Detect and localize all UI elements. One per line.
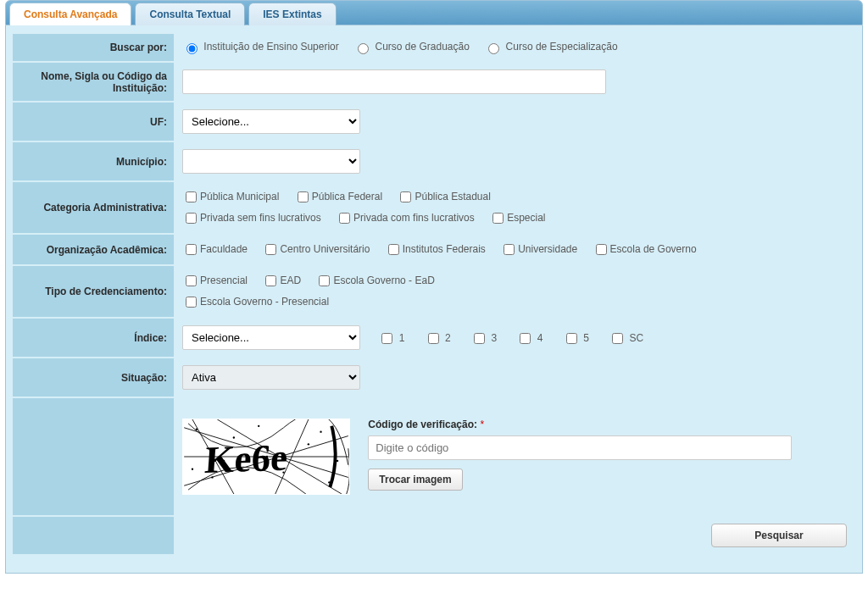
chk-escola-governo[interactable] xyxy=(596,244,607,255)
tab-consulta-textual[interactable]: Consulta Textual xyxy=(135,3,245,25)
chk-indice-5[interactable] xyxy=(566,333,577,344)
label-situacao: Situação: xyxy=(13,358,174,397)
radio-graduacao[interactable] xyxy=(358,43,369,54)
chk-privada-cfl-label[interactable]: Privada com fins lucrativos xyxy=(336,212,475,224)
svg-point-10 xyxy=(258,425,259,427)
svg-point-12 xyxy=(308,443,309,445)
chk-indice-4-label[interactable]: 4 xyxy=(516,332,542,344)
chk-escola-gov-pres-label[interactable]: Escola Governo - Presencial xyxy=(182,296,329,308)
chk-privada-sfl-label[interactable]: Privada sem fins lucrativos xyxy=(182,212,321,224)
chk-escola-gov-ead[interactable] xyxy=(319,275,330,286)
label-tipo-cred: Tipo de Credenciamento: xyxy=(13,265,174,318)
chk-indice-4-text: 4 xyxy=(537,332,543,344)
chk-escola-gov-ead-text: Escola Governo - EaD xyxy=(333,275,434,286)
situacao-select[interactable]: Ativa xyxy=(182,365,360,390)
tab-consulta-avancada[interactable]: Consulta Avançada xyxy=(9,3,131,25)
radio-graduacao-text: Curso de Graduação xyxy=(375,41,469,53)
chk-privada-sfl[interactable] xyxy=(186,213,197,224)
chk-publica-municipal-text: Pública Municipal xyxy=(200,191,279,202)
municipio-select[interactable] xyxy=(182,149,360,174)
label-captcha-blank xyxy=(13,397,174,516)
captcha-image: Ke6e xyxy=(182,419,350,495)
chk-publica-estadual[interactable] xyxy=(400,191,411,202)
chk-indice-2[interactable] xyxy=(428,333,439,344)
radio-especializacao[interactable] xyxy=(488,43,499,54)
chk-universidade[interactable] xyxy=(504,244,515,255)
chk-faculdade-label[interactable]: Faculdade xyxy=(182,243,248,255)
tab-ies-extintas[interactable]: IES Extintas xyxy=(248,3,336,25)
label-nome: Nome, Sigla ou Código da Instituição: xyxy=(13,62,174,102)
chk-publica-federal-text: Pública Federal xyxy=(312,191,382,202)
chk-privada-sfl-text: Privada sem fins lucrativos xyxy=(200,212,321,224)
chk-centro-univ[interactable] xyxy=(265,244,276,255)
chk-escola-gov-pres[interactable] xyxy=(186,297,197,308)
uf-select[interactable]: Selecione... xyxy=(182,109,360,134)
chk-privada-cfl-text: Privada com fins lucrativos xyxy=(353,212,475,224)
chk-presencial-label[interactable]: Presencial xyxy=(182,275,248,286)
svg-point-7 xyxy=(196,429,198,430)
chk-centro-univ-label[interactable]: Centro Universitário xyxy=(262,243,370,255)
radio-especializacao-text: Curso de Especialização xyxy=(506,41,618,53)
chk-privada-cfl[interactable] xyxy=(339,213,350,224)
indice-select[interactable]: Selecione... xyxy=(182,325,360,350)
chk-indice-sc[interactable] xyxy=(612,333,623,344)
chk-universidade-label[interactable]: Universidade xyxy=(500,243,577,255)
chk-ead-text: EAD xyxy=(280,275,301,286)
chk-especial[interactable] xyxy=(492,213,504,224)
form-panel: Buscar por: Instituição de Ensino Superi… xyxy=(5,25,863,574)
chk-escola-gov-pres-text: Escola Governo - Presencial xyxy=(200,296,329,308)
nome-input[interactable] xyxy=(182,69,606,94)
chk-institutos-fed-label[interactable]: Institutos Federais xyxy=(385,243,486,255)
captcha-input[interactable] xyxy=(368,435,792,460)
chk-escola-governo-label[interactable]: Escola de Governo xyxy=(593,243,697,255)
chk-indice-3-label[interactable]: 3 xyxy=(470,332,497,344)
chk-indice-sc-text: SC xyxy=(630,332,644,344)
label-uf: UF: xyxy=(13,102,174,141)
svg-text:Ke6e: Ke6e xyxy=(203,436,289,481)
captcha-verif-label: Código de verificação: xyxy=(368,419,477,430)
chk-presencial[interactable] xyxy=(186,275,197,286)
chk-ead[interactable] xyxy=(265,275,276,286)
chk-indice-2-label[interactable]: 2 xyxy=(425,332,451,344)
chk-escola-gov-ead-label[interactable]: Escola Governo - EaD xyxy=(315,275,434,286)
label-municipio: Município: xyxy=(13,141,174,181)
chk-indice-1-text: 1 xyxy=(399,332,405,344)
chk-indice-2-text: 2 xyxy=(445,332,451,344)
chk-indice-3-text: 3 xyxy=(491,332,497,344)
tab-bar: Consulta Avançada Consulta Textual IES E… xyxy=(5,0,863,25)
svg-point-16 xyxy=(320,430,321,432)
radio-ies[interactable] xyxy=(186,43,198,54)
chk-especial-label[interactable]: Especial xyxy=(489,212,545,224)
radio-ies-label[interactable]: Instituição de Ensino Superior xyxy=(182,41,342,53)
chk-institutos-fed[interactable] xyxy=(388,244,399,255)
label-categoria: Categoria Administrativa: xyxy=(13,181,174,234)
chk-faculdade[interactable] xyxy=(186,244,197,255)
chk-institutos-fed-text: Institutos Federais xyxy=(403,243,486,255)
chk-especial-text: Especial xyxy=(507,212,545,224)
radio-ies-text: Instituição de Ensino Superior xyxy=(203,41,338,53)
chk-universidade-text: Universidade xyxy=(518,243,577,255)
chk-publica-federal[interactable] xyxy=(298,191,309,202)
radio-graduacao-label[interactable]: Curso de Graduação xyxy=(353,41,472,53)
swap-captcha-button[interactable]: Trocar imagem xyxy=(368,469,462,491)
label-buscar-por: Buscar por: xyxy=(13,34,174,62)
chk-escola-governo-text: Escola de Governo xyxy=(610,243,697,255)
chk-publica-municipal[interactable] xyxy=(186,191,197,202)
label-organizacao: Organização Acadêmica: xyxy=(13,234,174,265)
chk-indice-5-label[interactable]: 5 xyxy=(563,332,589,344)
pesquisar-button[interactable]: Pesquisar xyxy=(711,524,847,547)
chk-publica-municipal-label[interactable]: Pública Municipal xyxy=(182,191,279,202)
chk-indice-1-label[interactable]: 1 xyxy=(378,332,404,344)
svg-point-17 xyxy=(192,468,193,469)
chk-indice-1[interactable] xyxy=(381,333,392,344)
required-star: * xyxy=(480,419,484,430)
chk-publica-estadual-text: Pública Estadual xyxy=(415,191,490,202)
chk-publica-estadual-label[interactable]: Pública Estadual xyxy=(397,191,490,202)
chk-indice-4[interactable] xyxy=(520,333,531,344)
chk-indice-sc-label[interactable]: SC xyxy=(609,332,643,344)
radio-especializacao-label[interactable]: Curso de Especialização xyxy=(484,41,617,53)
chk-publica-federal-label[interactable]: Pública Federal xyxy=(294,191,382,202)
chk-indice-3[interactable] xyxy=(474,333,485,344)
chk-ead-label[interactable]: EAD xyxy=(262,275,301,286)
chk-indice-5-text: 5 xyxy=(583,332,589,344)
